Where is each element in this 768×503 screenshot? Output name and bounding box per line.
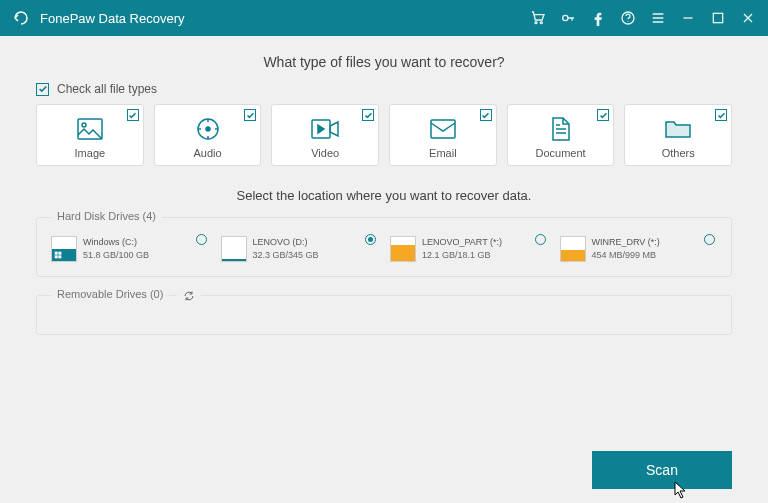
footer: Scan bbox=[592, 451, 732, 489]
file-type-checkbox[interactable] bbox=[715, 109, 727, 121]
svg-rect-10 bbox=[431, 120, 455, 138]
cart-icon[interactable] bbox=[530, 10, 546, 26]
maximize-icon[interactable] bbox=[710, 10, 726, 26]
hard-drives-group: Hard Disk Drives (4) Windows (C:)51.8 GB… bbox=[36, 217, 732, 277]
file-type-email[interactable]: Email bbox=[389, 104, 497, 166]
location-heading: Select the location where you want to re… bbox=[36, 188, 732, 203]
svg-rect-13 bbox=[55, 255, 58, 258]
drive-name: LENOVO_PART (*:) bbox=[422, 236, 502, 249]
minimize-icon[interactable] bbox=[680, 10, 696, 26]
check-all-checkbox[interactable] bbox=[36, 83, 49, 96]
drive-item[interactable]: LENOVO_PART (*:)12.1 GB/18.1 GB bbox=[390, 236, 548, 262]
file-type-checkbox[interactable] bbox=[480, 109, 492, 121]
titlebar-icons bbox=[530, 10, 756, 26]
audio-icon bbox=[161, 115, 255, 143]
file-type-checkbox[interactable] bbox=[362, 109, 374, 121]
file-type-image[interactable]: Image bbox=[36, 104, 144, 166]
drives-row: Windows (C:)51.8 GB/100 GBLENOVO (D:)32.… bbox=[51, 236, 717, 262]
removable-drives-group: Removable Drives (0) bbox=[36, 295, 732, 335]
drive-name: Windows (C:) bbox=[83, 236, 149, 249]
drive-size: 12.1 GB/18.1 GB bbox=[422, 249, 502, 262]
file-types-row: ImageAudioVideoEmailDocumentOthers bbox=[36, 104, 732, 166]
svg-point-8 bbox=[206, 127, 210, 131]
svg-rect-4 bbox=[713, 13, 722, 22]
refresh-icon[interactable] bbox=[177, 288, 201, 306]
windows-badge-icon bbox=[52, 249, 64, 261]
hard-drives-title: Hard Disk Drives (4) bbox=[51, 210, 162, 222]
help-icon[interactable] bbox=[620, 10, 636, 26]
drive-item[interactable]: LENOVO (D:)32.3 GB/345 GB bbox=[221, 236, 379, 262]
file-type-heading: What type of files you want to recover? bbox=[36, 54, 732, 70]
svg-point-0 bbox=[535, 22, 537, 24]
drive-radio[interactable] bbox=[365, 234, 376, 245]
drive-icon bbox=[560, 236, 586, 262]
file-type-label: Document bbox=[514, 147, 608, 159]
svg-point-1 bbox=[540, 22, 542, 24]
file-type-document[interactable]: Document bbox=[507, 104, 615, 166]
app-logo-icon bbox=[12, 9, 30, 27]
file-type-audio[interactable]: Audio bbox=[154, 104, 262, 166]
file-type-label: Image bbox=[43, 147, 137, 159]
drive-icon bbox=[390, 236, 416, 262]
facebook-icon[interactable] bbox=[590, 10, 606, 26]
drive-info: LENOVO (D:)32.3 GB/345 GB bbox=[253, 236, 319, 261]
drive-size: 454 MB/999 MB bbox=[592, 249, 660, 262]
svg-rect-12 bbox=[58, 252, 61, 255]
drive-icon bbox=[51, 236, 77, 262]
file-type-checkbox[interactable] bbox=[597, 109, 609, 121]
file-type-others[interactable]: Others bbox=[624, 104, 732, 166]
file-type-checkbox[interactable] bbox=[244, 109, 256, 121]
file-type-label: Others bbox=[631, 147, 725, 159]
scan-button[interactable]: Scan bbox=[592, 451, 732, 489]
drive-size: 51.8 GB/100 GB bbox=[83, 249, 149, 262]
close-icon[interactable] bbox=[740, 10, 756, 26]
document-icon bbox=[514, 115, 608, 143]
key-icon[interactable] bbox=[560, 10, 576, 26]
drive-name: WINRE_DRV (*:) bbox=[592, 236, 660, 249]
drive-radio[interactable] bbox=[196, 234, 207, 245]
drive-name: LENOVO (D:) bbox=[253, 236, 319, 249]
drive-size: 32.3 GB/345 GB bbox=[253, 249, 319, 262]
folder-icon bbox=[631, 115, 725, 143]
drive-info: LENOVO_PART (*:)12.1 GB/18.1 GB bbox=[422, 236, 502, 261]
file-type-label: Video bbox=[278, 147, 372, 159]
drive-radio[interactable] bbox=[704, 234, 715, 245]
check-all-row[interactable]: Check all file types bbox=[36, 82, 732, 96]
svg-rect-11 bbox=[55, 252, 58, 255]
email-icon bbox=[396, 115, 490, 143]
menu-icon[interactable] bbox=[650, 10, 666, 26]
file-type-video[interactable]: Video bbox=[271, 104, 379, 166]
removable-drives-title: Removable Drives (0) bbox=[51, 288, 169, 300]
drive-item[interactable]: WINRE_DRV (*:)454 MB/999 MB bbox=[560, 236, 718, 262]
video-icon bbox=[278, 115, 372, 143]
check-all-label: Check all file types bbox=[57, 82, 157, 96]
file-type-label: Email bbox=[396, 147, 490, 159]
drive-icon bbox=[221, 236, 247, 262]
drive-info: WINRE_DRV (*:)454 MB/999 MB bbox=[592, 236, 660, 261]
titlebar: FonePaw Data Recovery bbox=[0, 0, 768, 36]
file-type-checkbox[interactable] bbox=[127, 109, 139, 121]
app-title: FonePaw Data Recovery bbox=[40, 11, 530, 26]
drive-info: Windows (C:)51.8 GB/100 GB bbox=[83, 236, 149, 261]
svg-point-2 bbox=[563, 15, 568, 20]
drive-radio[interactable] bbox=[535, 234, 546, 245]
drive-item[interactable]: Windows (C:)51.8 GB/100 GB bbox=[51, 236, 209, 262]
svg-rect-14 bbox=[58, 255, 61, 258]
file-type-label: Audio bbox=[161, 147, 255, 159]
main-content: What type of files you want to recover? … bbox=[0, 36, 768, 363]
image-icon bbox=[43, 115, 137, 143]
svg-point-6 bbox=[82, 123, 86, 127]
